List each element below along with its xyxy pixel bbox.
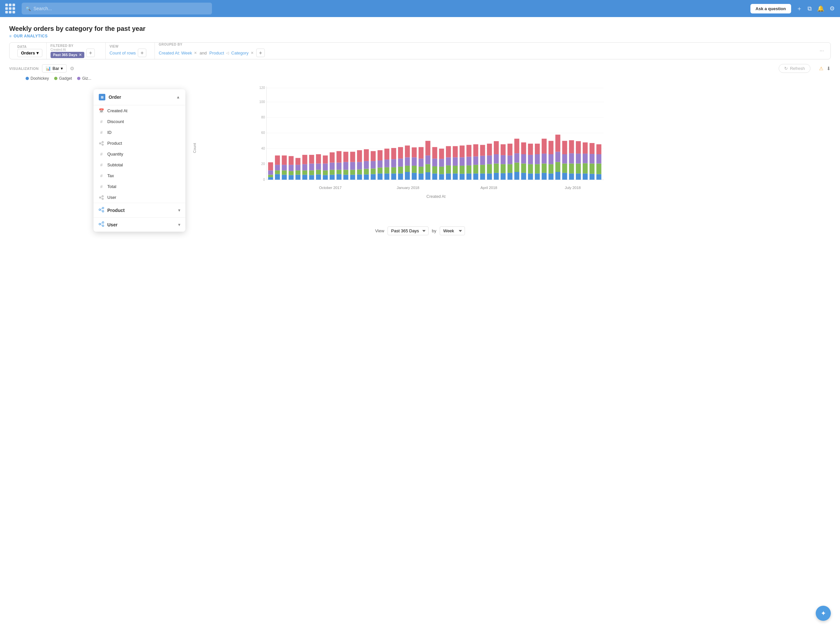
group3-close[interactable]: ✕ xyxy=(251,51,254,55)
orders-button[interactable]: Orders ▾ xyxy=(17,49,42,57)
svg-rect-72 xyxy=(364,175,369,180)
svg-text:60: 60 xyxy=(261,131,265,134)
svg-rect-81 xyxy=(378,168,382,174)
field-quantity[interactable]: # Quantity xyxy=(93,148,185,159)
svg-rect-51 xyxy=(323,156,328,164)
add-group-button[interactable]: ＋ xyxy=(256,49,265,57)
refresh-icon: ↻ xyxy=(784,66,788,71)
svg-rect-136 xyxy=(473,174,478,180)
group1-close[interactable]: ✕ xyxy=(194,51,197,55)
add-filter-button[interactable]: ＋ xyxy=(86,49,95,57)
notification-icon[interactable]: 🔔 xyxy=(817,5,824,12)
filter-tag[interactable]: Past 365 Days ✕ xyxy=(51,52,84,58)
svg-rect-204 xyxy=(590,174,595,180)
svg-rect-42 xyxy=(309,163,314,170)
svg-rect-124 xyxy=(453,174,458,180)
hash-icon-tax: # xyxy=(99,173,104,178)
field-subtotal[interactable]: # Subtotal xyxy=(93,159,185,170)
svg-rect-172 xyxy=(535,174,540,180)
svg-rect-43 xyxy=(309,155,314,164)
svg-line-230 xyxy=(101,208,103,210)
svg-text:Created At: Created At xyxy=(426,194,446,199)
field-id[interactable]: # ID xyxy=(93,127,185,138)
svg-rect-32 xyxy=(295,175,300,180)
svg-rect-76 xyxy=(371,174,376,180)
group-created-at[interactable]: Created At: Week ✕ xyxy=(159,51,197,55)
svg-text:October 2017: October 2017 xyxy=(319,186,341,189)
view-label: View xyxy=(375,228,384,233)
bookmark-icon[interactable]: ⧉ xyxy=(807,5,812,12)
ask-question-button[interactable]: Ask a question xyxy=(750,4,791,13)
svg-rect-197 xyxy=(576,163,581,173)
svg-rect-160 xyxy=(514,172,519,180)
svg-rect-135 xyxy=(467,145,472,157)
svg-rect-152 xyxy=(501,173,506,180)
chart-legend: Doohickey Gadget Giz... xyxy=(9,76,831,81)
field-total[interactable]: # Total xyxy=(93,181,185,192)
view-metric[interactable]: Count of rows xyxy=(110,51,136,55)
svg-rect-29 xyxy=(289,171,294,175)
order-section-header[interactable]: ⊞ Order ▲ xyxy=(93,89,185,105)
fab-button[interactable]: ✦ xyxy=(816,606,831,621)
svg-rect-33 xyxy=(295,170,300,175)
field-discount[interactable]: # Discount xyxy=(93,116,185,127)
user-section-header[interactable]: User ▾ xyxy=(93,217,185,232)
hash-icon-quantity: # xyxy=(99,152,104,156)
svg-point-223 xyxy=(102,196,103,197)
svg-rect-47 xyxy=(316,154,321,163)
product-section-label: Product xyxy=(107,208,125,213)
group-product[interactable]: Product ◁ xyxy=(209,51,229,55)
svg-rect-194 xyxy=(569,153,574,163)
svg-rect-66 xyxy=(350,162,355,170)
group-category[interactable]: Category ✕ xyxy=(231,51,254,55)
week-select[interactable]: Week Day Month xyxy=(440,226,465,235)
svg-rect-20 xyxy=(275,174,280,180)
svg-rect-176 xyxy=(542,173,547,180)
add-metric-button[interactable]: ＋ xyxy=(138,49,146,57)
field-product[interactable]: Product xyxy=(93,138,185,148)
field-user[interactable]: User xyxy=(93,192,185,203)
order-header-left: ⊞ Order xyxy=(99,94,121,100)
settings-icon[interactable]: ⚙ xyxy=(829,5,835,12)
svg-rect-146 xyxy=(487,156,492,164)
viz-settings-icon[interactable]: ⚙ xyxy=(70,66,74,71)
svg-rect-83 xyxy=(378,150,382,161)
svg-text:40: 40 xyxy=(261,147,265,150)
svg-rect-132 xyxy=(467,174,472,180)
hash-icon-subtotal: # xyxy=(99,163,104,167)
refresh-button[interactable]: ↻ Refresh xyxy=(778,64,810,73)
group2-arrow: ◁ xyxy=(226,51,229,55)
filter-label: FILTERED BY xyxy=(51,44,101,47)
more-options-button[interactable]: ··· xyxy=(817,48,827,54)
svg-rect-121 xyxy=(446,165,451,174)
svg-rect-125 xyxy=(453,166,458,174)
svg-rect-62 xyxy=(343,162,348,170)
viz-type-button[interactable]: 📊 Bar ▾ xyxy=(42,64,66,73)
svg-rect-190 xyxy=(562,154,567,163)
field-tax[interactable]: # Tax xyxy=(93,170,185,181)
svg-rect-57 xyxy=(337,170,341,174)
svg-rect-54 xyxy=(330,163,335,170)
svg-rect-63 xyxy=(343,152,348,162)
view-label: VIEW xyxy=(110,45,151,48)
plus-icon[interactable]: ＋ xyxy=(796,5,802,13)
svg-rect-64 xyxy=(350,175,355,180)
svg-rect-22 xyxy=(275,165,280,170)
field-created-at[interactable]: 📅 Created At xyxy=(93,105,185,116)
svg-rect-80 xyxy=(378,174,382,180)
svg-text:80: 80 xyxy=(261,115,265,119)
period-select[interactable]: Past 365 Days Past 30 Days Past 7 Days xyxy=(387,226,428,235)
search-input[interactable] xyxy=(33,6,208,11)
filter-close[interactable]: ✕ xyxy=(79,53,82,57)
download-icon[interactable]: ⬇ xyxy=(827,66,831,71)
svg-rect-123 xyxy=(446,146,451,157)
app-logo[interactable] xyxy=(5,4,15,13)
product-section-header[interactable]: Product ▾ xyxy=(93,203,185,217)
user-section-left: User xyxy=(99,221,117,228)
search-bar[interactable]: 🔍 xyxy=(22,3,212,14)
legend-item-gizmo: Giz... xyxy=(77,76,91,81)
table-icon: ⊞ xyxy=(99,94,105,100)
svg-rect-188 xyxy=(562,173,567,180)
svg-rect-25 xyxy=(282,170,287,175)
main-content: Weekly orders by category for the past y… xyxy=(0,17,840,630)
